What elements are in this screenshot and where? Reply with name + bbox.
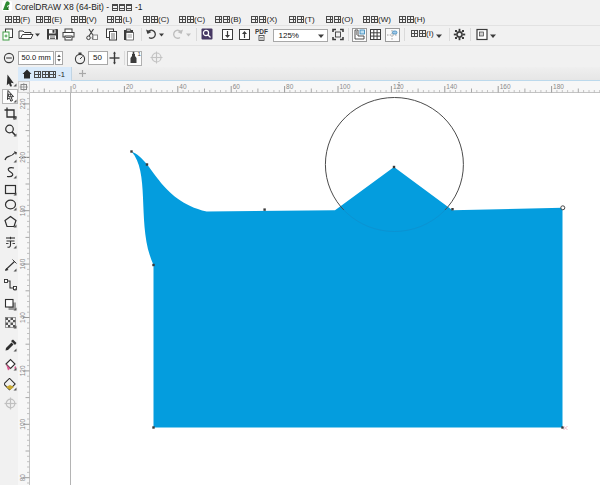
svg-text:100: 100	[19, 418, 26, 429]
svg-text:1: 1	[138, 51, 142, 57]
svg-text:220: 220	[19, 98, 26, 109]
svg-text:180: 180	[19, 204, 26, 215]
svg-text:0: 0	[73, 83, 77, 90]
svg-text:60: 60	[233, 83, 241, 90]
svg-text:140: 140	[446, 83, 457, 90]
svg-text:180: 180	[553, 83, 564, 90]
svg-text:120: 120	[19, 365, 26, 376]
svg-text:20: 20	[126, 83, 134, 90]
svg-text:40: 40	[179, 83, 187, 90]
svg-text:80: 80	[19, 473, 26, 481]
svg-text:80: 80	[286, 83, 294, 90]
svg-text:160: 160	[19, 258, 26, 269]
svg-text:PDF: PDF	[255, 28, 268, 35]
svg-text:100: 100	[340, 83, 351, 90]
svg-text:120: 120	[393, 83, 404, 90]
svg-text:140: 140	[19, 311, 26, 322]
svg-text:160: 160	[500, 83, 511, 90]
